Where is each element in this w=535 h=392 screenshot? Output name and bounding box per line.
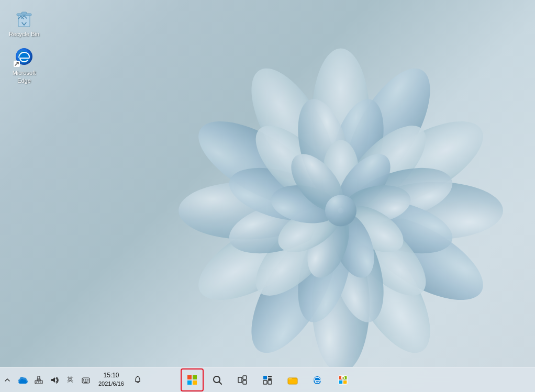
ime-button[interactable]: 英 [63, 368, 77, 391]
task-view-icon [238, 375, 247, 385]
windows-logo-icon [187, 375, 197, 385]
svg-rect-49 [268, 376, 272, 377]
clock-time: 15:10 [103, 371, 119, 380]
notification-button[interactable] [129, 368, 146, 391]
svg-rect-72 [85, 380, 86, 382]
svg-rect-46 [243, 376, 247, 379]
svg-rect-45 [238, 377, 242, 383]
svg-point-65 [38, 382, 39, 383]
recycle-bin-image [14, 7, 35, 28]
task-view-button[interactable] [231, 368, 254, 391]
volume-button[interactable] [47, 368, 62, 391]
svg-rect-71 [83, 380, 84, 382]
svg-point-43 [214, 376, 220, 383]
svg-rect-40 [193, 375, 197, 379]
svg-rect-42 [193, 380, 197, 385]
svg-point-66 [40, 382, 41, 383]
store-icon [338, 375, 348, 385]
svg-point-64 [36, 382, 37, 383]
svg-point-33 [325, 195, 356, 226]
shortcut-arrow [14, 61, 20, 67]
svg-rect-70 [87, 379, 88, 380]
taskbar: 英 15:10 2021/6/16 [0, 367, 535, 392]
store-button[interactable] [331, 368, 354, 391]
svg-rect-75 [137, 376, 138, 377]
svg-rect-48 [263, 376, 267, 379]
desktop: Recycle Bin [0, 0, 535, 392]
svg-rect-51 [263, 380, 267, 384]
network-icon [35, 376, 43, 384]
microsoft-edge-icon[interactable]: Microsoft Edge [5, 44, 43, 86]
keyboard-icon [82, 376, 90, 384]
chevron-up-icon [4, 377, 10, 383]
wallpaper [158, 43, 524, 383]
widgets-icon [263, 375, 272, 385]
file-explorer-icon [287, 375, 298, 385]
svg-rect-39 [187, 375, 192, 379]
recycle-bin-icon[interactable]: Recycle Bin [5, 5, 43, 40]
svg-rect-50 [268, 378, 272, 380]
taskbar-center [181, 368, 354, 391]
recycle-bin-label: Recycle Bin [9, 30, 39, 38]
widgets-button[interactable] [256, 368, 279, 391]
desktop-icons-container: Recycle Bin [5, 5, 43, 86]
notification-icon [133, 376, 142, 384]
input-method-button[interactable] [79, 368, 93, 391]
edge-taskbar-icon [313, 375, 323, 385]
volume-icon [50, 376, 59, 384]
edge-label: Microsoft Edge [7, 69, 41, 84]
edge-taskbar-button[interactable] [306, 368, 329, 391]
svg-rect-74 [84, 382, 87, 383]
svg-rect-47 [243, 380, 247, 384]
svg-rect-73 [87, 380, 88, 382]
svg-line-44 [219, 382, 221, 384]
search-icon [213, 375, 222, 385]
onedrive-button[interactable] [16, 368, 30, 391]
svg-rect-68 [83, 379, 84, 380]
taskbar-right: 英 15:10 2021/6/16 [0, 368, 146, 391]
svg-rect-41 [187, 380, 192, 385]
search-button[interactable] [206, 368, 229, 391]
svg-rect-52 [268, 380, 272, 384]
svg-rect-36 [21, 12, 27, 14]
onedrive-icon [18, 376, 28, 384]
edge-image [14, 46, 35, 67]
clock[interactable]: 15:10 2021/6/16 [94, 370, 128, 389]
svg-rect-69 [85, 379, 86, 380]
clock-date: 2021/6/16 [98, 380, 124, 388]
show-hidden-icons-button[interactable] [0, 368, 15, 391]
file-explorer-button[interactable] [281, 368, 304, 391]
network-button[interactable] [31, 368, 46, 391]
start-button[interactable] [181, 368, 204, 391]
